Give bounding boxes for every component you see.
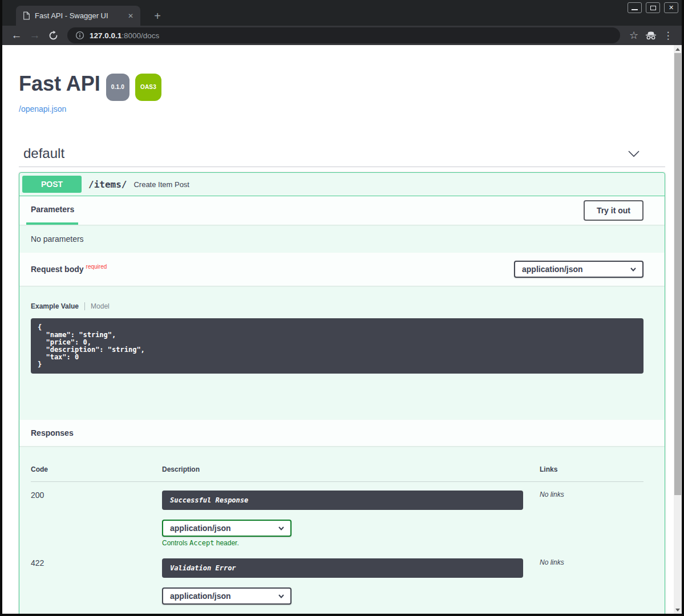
reload-icon xyxy=(48,30,59,41)
responses-table: Code Description Links 200 Successful Re… xyxy=(19,446,665,614)
responses-label: Responses xyxy=(31,428,74,437)
try-it-out-button[interactable]: Try it out xyxy=(584,200,643,221)
response-code: 200 xyxy=(31,491,162,547)
response-row-200: 200 Successful Response application/json xyxy=(31,482,643,547)
openapi-spec-link[interactable]: /openapi.json xyxy=(19,104,66,114)
api-info-section: Fast API 0.1.0 OAS3 /openapi.json xyxy=(19,45,665,114)
scroll-down-icon xyxy=(675,609,680,611)
chevron-down-icon xyxy=(630,266,637,273)
back-icon: ← xyxy=(11,29,22,42)
response-content-type-select-200[interactable]: application/json xyxy=(162,520,292,537)
tab-example-value[interactable]: Example Value xyxy=(31,302,79,310)
response-row-422: 422 Validation Error application/json xyxy=(31,550,643,614)
url-text: 127.0.0.1:8000/docs xyxy=(90,31,159,40)
operation-block: POST /items/ Create Item Post Parameters… xyxy=(19,172,665,614)
incognito-icon xyxy=(645,31,657,40)
incognito-indicator xyxy=(643,27,659,43)
back-button[interactable]: ← xyxy=(8,27,25,43)
close-icon: ✕ xyxy=(669,5,674,11)
code-line: "tax": 0 xyxy=(38,354,637,361)
scroll-up-icon xyxy=(675,48,680,51)
api-title: Fast API 0.1.0 OAS3 xyxy=(19,72,665,101)
request-content-type-value: application/json xyxy=(522,265,583,274)
parameters-header: Parameters Try it out xyxy=(19,196,665,225)
response-media-type-wrap: application/json xyxy=(162,587,540,605)
required-label: required xyxy=(86,264,107,270)
swagger-page: Fast API 0.1.0 OAS3 /openapi.json defaul… xyxy=(2,45,674,614)
response-links: No links xyxy=(540,491,643,547)
operation-summary-text: Create Item Post xyxy=(133,180,189,189)
tab-separator xyxy=(84,302,85,310)
close-button[interactable]: ✕ xyxy=(664,2,678,13)
address-bar[interactable]: 127.0.0.1:8000/docs xyxy=(67,27,620,43)
page-scrollbar[interactable] xyxy=(674,45,682,614)
titlebar: Fast API - Swagger UI ✕ + ✕ xyxy=(2,0,682,26)
response-content-type-value: application/json xyxy=(170,524,231,533)
response-content-type-value: application/json xyxy=(170,591,231,601)
operation-path: /items/ xyxy=(88,179,127,190)
no-parameters-text: No parameters xyxy=(19,225,665,253)
tag-section-header[interactable]: default xyxy=(19,145,665,167)
tab-model[interactable]: Model xyxy=(91,302,110,310)
response-description: Validation Error xyxy=(162,558,523,578)
request-body-label-group: Request bodyrequired xyxy=(31,264,107,274)
column-links: Links xyxy=(540,465,643,473)
api-title-text: Fast API xyxy=(19,72,100,96)
accept-header-note: Controls Accept header. xyxy=(162,539,540,547)
response-content-type-select-422[interactable]: application/json xyxy=(162,587,292,605)
maximize-icon xyxy=(650,6,656,10)
chevron-down-icon xyxy=(278,525,285,532)
request-body-label: Request body xyxy=(31,265,84,274)
accept-note-code: Accept xyxy=(189,539,214,547)
url-path: :8000/docs xyxy=(122,31,159,40)
example-code-block: { "name": "string", "price": 0, "descrip… xyxy=(31,318,643,374)
minimize-icon xyxy=(632,9,638,10)
forward-icon: → xyxy=(30,29,41,42)
tab-parameters[interactable]: Parameters xyxy=(26,196,78,225)
accept-note-suffix: header. xyxy=(214,539,238,547)
code-line: "price": 0, xyxy=(38,339,637,346)
url-host: 127.0.0.1 xyxy=(90,31,122,40)
scroll-down-button[interactable] xyxy=(674,606,682,614)
tab-close-icon[interactable]: ✕ xyxy=(126,11,136,21)
code-line: { xyxy=(38,324,637,331)
maximize-button[interactable] xyxy=(646,2,660,13)
minimize-button[interactable] xyxy=(628,2,642,13)
browser-toolbar: ← → 127.0.0.1:8000/docs ☆ xyxy=(2,26,682,45)
code-line: } xyxy=(38,361,637,368)
column-code: Code xyxy=(31,465,162,473)
responses-header: Responses xyxy=(19,420,665,446)
model-example-tabs: Example Value Model xyxy=(31,302,643,310)
info-icon[interactable] xyxy=(75,31,84,40)
response-description-cell: Validation Error application/json xyxy=(162,558,540,614)
request-body-header: Request bodyrequired application/json xyxy=(19,253,665,286)
code-line: "name": "string", xyxy=(38,331,637,339)
response-code: 422 xyxy=(31,558,162,614)
accept-note-prefix: Controls xyxy=(162,539,189,547)
chevron-down-icon xyxy=(278,593,285,599)
request-body-content: Example Value Model { "name": "string", … xyxy=(19,286,665,374)
browser-tab[interactable]: Fast API - Swagger UI ✕ xyxy=(16,6,140,26)
scrollbar-thumb[interactable] xyxy=(674,53,681,495)
collapse-chevron-icon[interactable] xyxy=(628,149,640,159)
star-icon: ☆ xyxy=(629,29,638,42)
code-line: "description": "string", xyxy=(38,346,637,354)
responses-table-header: Code Description Links xyxy=(31,455,643,482)
scroll-up-button[interactable] xyxy=(674,45,682,53)
reload-button[interactable] xyxy=(44,27,62,43)
operation-summary[interactable]: POST /items/ Create Item Post xyxy=(19,173,665,196)
document-favicon-icon xyxy=(23,11,30,20)
method-badge: POST xyxy=(22,176,82,193)
version-badge: 0.1.0 xyxy=(106,74,129,101)
tab-title: Fast API - Swagger UI xyxy=(35,11,121,20)
bookmark-button[interactable]: ☆ xyxy=(626,27,642,43)
response-description-cell: Successful Response application/json Con… xyxy=(162,491,540,547)
window-controls: ✕ xyxy=(628,2,678,13)
oas-badge: OAS3 xyxy=(135,74,161,101)
tag-name: default xyxy=(23,145,64,161)
browser-menu-button[interactable]: ⋮ xyxy=(660,27,676,43)
new-tab-button[interactable]: + xyxy=(149,8,165,24)
request-content-type-select[interactable]: application/json xyxy=(514,261,643,278)
column-description: Description xyxy=(162,465,540,473)
forward-button[interactable]: → xyxy=(26,27,43,43)
